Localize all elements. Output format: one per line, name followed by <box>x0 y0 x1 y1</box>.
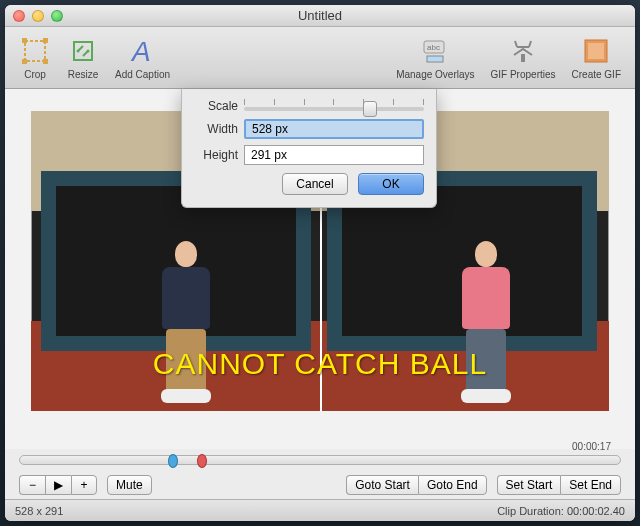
step-forward-button[interactable]: + <box>71 475 97 495</box>
properties-label: GIF Properties <box>491 69 556 80</box>
clip-end-marker[interactable] <box>197 454 207 468</box>
create-gif-label: Create GIF <box>572 69 621 80</box>
goto-end-button[interactable]: Goto End <box>418 475 487 495</box>
set-end-button[interactable]: Set End <box>560 475 621 495</box>
manage-overlays-button[interactable]: abc Manage Overlays <box>390 33 480 82</box>
timeline-duration: 00:00:17 <box>572 441 611 452</box>
timeline-track[interactable] <box>19 455 621 465</box>
overlays-icon: abc <box>419 35 451 67</box>
goto-start-button[interactable]: Goto Start <box>346 475 418 495</box>
create-gif-button[interactable]: Create GIF <box>566 33 627 82</box>
set-start-button[interactable]: Set Start <box>497 475 561 495</box>
preview-caption: CANNOT CATCH BALL <box>153 347 487 381</box>
resize-label: Resize <box>68 69 99 80</box>
width-label: Width <box>194 122 238 136</box>
svg-rect-1 <box>22 38 27 43</box>
overlays-label: Manage Overlays <box>396 69 474 80</box>
svg-rect-14 <box>588 43 604 59</box>
properties-icon <box>507 35 539 67</box>
svg-rect-12 <box>521 54 525 62</box>
controls-bar: − ▶ + Mute Goto Start Goto End Set Start… <box>5 471 635 499</box>
cancel-button[interactable]: Cancel <box>282 173 348 195</box>
scale-label: Scale <box>194 99 238 113</box>
content-area: CANNOT CATCH BALL Scale Width Height Can… <box>5 89 635 449</box>
svg-point-7 <box>87 50 90 53</box>
create-gif-icon <box>580 35 612 67</box>
resize-dialog: Scale Width Height Cancel OK <box>181 89 437 208</box>
minimize-icon[interactable] <box>32 10 44 22</box>
scale-slider[interactable] <box>244 107 424 111</box>
svg-rect-2 <box>43 38 48 43</box>
height-input[interactable] <box>244 145 424 165</box>
ok-button[interactable]: OK <box>358 173 424 195</box>
height-label: Height <box>194 148 238 162</box>
resize-button[interactable]: Resize <box>61 33 105 82</box>
add-caption-button[interactable]: A Add Caption <box>109 33 176 82</box>
toolbar: Crop Resize A Add Caption abc Manage Ove… <box>5 27 635 89</box>
clip-duration-value: 00:00:02.40 <box>567 505 625 517</box>
svg-rect-3 <box>22 59 27 64</box>
svg-text:abc: abc <box>427 43 440 52</box>
window-title: Untitled <box>298 8 342 23</box>
timeline: 00:00:17 <box>5 449 635 471</box>
svg-point-6 <box>77 50 80 53</box>
svg-rect-0 <box>25 41 45 61</box>
slider-thumb[interactable] <box>363 101 377 117</box>
svg-text:A: A <box>130 37 151 65</box>
statusbar: 528 x 291 Clip Duration: 00:00:02.40 <box>5 499 635 521</box>
crop-label: Crop <box>24 69 46 80</box>
svg-rect-11 <box>427 56 443 62</box>
clip-start-marker[interactable] <box>168 454 178 468</box>
zoom-icon[interactable] <box>51 10 63 22</box>
caption-label: Add Caption <box>115 69 170 80</box>
gif-properties-button[interactable]: GIF Properties <box>485 33 562 82</box>
status-dimensions: 528 x 291 <box>15 505 63 517</box>
step-back-button[interactable]: − <box>19 475 45 495</box>
traffic-lights <box>13 10 63 22</box>
play-button[interactable]: ▶ <box>45 475 71 495</box>
crop-button[interactable]: Crop <box>13 33 57 82</box>
svg-rect-4 <box>43 59 48 64</box>
app-window: Untitled Crop Resize A Add Caption abc <box>5 5 635 521</box>
mute-button[interactable]: Mute <box>107 475 152 495</box>
caption-icon: A <box>127 35 159 67</box>
crop-icon <box>19 35 51 67</box>
titlebar: Untitled <box>5 5 635 27</box>
width-input[interactable] <box>244 119 424 139</box>
resize-icon <box>67 35 99 67</box>
close-icon[interactable] <box>13 10 25 22</box>
clip-duration-label: Clip Duration: <box>497 505 564 517</box>
